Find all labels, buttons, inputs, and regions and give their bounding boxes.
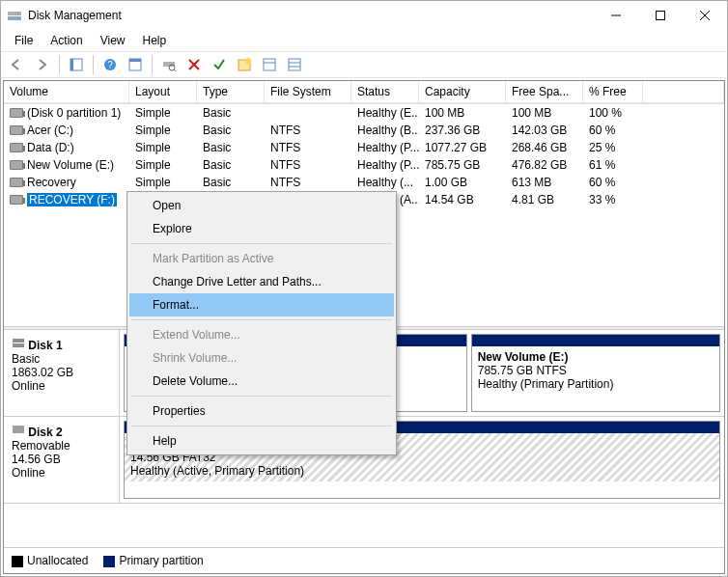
volume-row[interactable]: Recovery Simple Basic NTFS Healthy (... … bbox=[4, 174, 724, 191]
svg-rect-27 bbox=[13, 343, 24, 347]
disk-size: 1863.02 GB bbox=[12, 366, 73, 379]
partition-newvolume[interactable]: New Volume (E:) 785.75 GB NTFS Healthy (… bbox=[471, 334, 720, 412]
disk-name: Disk 2 bbox=[28, 426, 62, 439]
svg-point-3 bbox=[17, 17, 19, 19]
ctx-separator bbox=[131, 396, 392, 397]
drive-icon bbox=[10, 143, 23, 152]
disk-size: 14.56 GB bbox=[12, 453, 61, 466]
partition-line2: 785.75 GB NTFS bbox=[478, 364, 567, 377]
menu-help[interactable]: Help bbox=[135, 32, 175, 49]
ctx-properties[interactable]: Properties bbox=[129, 399, 394, 423]
title-bar: Disk Management bbox=[1, 1, 727, 30]
app-icon bbox=[7, 8, 22, 23]
ctx-mark-active: Mark Partition as Active bbox=[129, 247, 394, 270]
ctx-separator bbox=[131, 426, 392, 426]
disk-icon bbox=[12, 423, 25, 436]
svg-rect-9 bbox=[70, 59, 73, 70]
svg-text:?: ? bbox=[107, 60, 113, 70]
new-button[interactable] bbox=[234, 54, 255, 75]
list-button[interactable] bbox=[284, 54, 305, 75]
forward-button[interactable] bbox=[32, 54, 53, 75]
close-button[interactable] bbox=[683, 1, 727, 30]
ctx-help[interactable]: Help bbox=[129, 429, 394, 453]
menu-file[interactable]: File bbox=[7, 32, 41, 49]
volume-list-header: Volume Layout Type File System Status Ca… bbox=[4, 81, 724, 104]
svg-point-20 bbox=[245, 58, 251, 64]
view-button[interactable] bbox=[66, 54, 87, 75]
partition-line3: Healthy (Active, Primary Partition) bbox=[130, 464, 304, 478]
legend-item-primary: Primary partition bbox=[103, 554, 203, 567]
column-layout[interactable]: Layout bbox=[129, 81, 197, 103]
properties-button[interactable] bbox=[259, 54, 280, 75]
svg-rect-13 bbox=[129, 59, 141, 62]
column-type[interactable]: Type bbox=[197, 81, 265, 103]
disk-type: Basic bbox=[12, 352, 40, 366]
ctx-delete[interactable]: Delete Volume... bbox=[129, 370, 394, 393]
svg-rect-28 bbox=[13, 426, 24, 433]
graph-empty bbox=[4, 504, 724, 547]
legend: Unallocated Primary partition bbox=[4, 547, 724, 573]
ctx-extend: Extend Volume... bbox=[129, 323, 394, 346]
menu-view[interactable]: View bbox=[93, 32, 133, 49]
column-capacity[interactable]: Capacity bbox=[419, 81, 506, 103]
volume-row[interactable]: New Volume (E:) Simple Basic NTFS Health… bbox=[4, 156, 724, 174]
ctx-shrink: Shrink Volume... bbox=[129, 346, 394, 370]
minimize-button[interactable] bbox=[594, 1, 638, 30]
svg-line-16 bbox=[174, 69, 176, 71]
toolbar: ? bbox=[1, 51, 727, 78]
legend-swatch-black bbox=[12, 556, 23, 567]
maximize-button[interactable] bbox=[638, 1, 683, 30]
menu-bar: File Action View Help bbox=[1, 30, 727, 51]
drive-icon bbox=[10, 108, 23, 118]
partition-title: New Volume (E:) bbox=[478, 350, 569, 364]
find-button[interactable] bbox=[158, 54, 180, 75]
disk-header[interactable]: Disk 2 Removable 14.56 GB Online bbox=[4, 417, 120, 503]
toolbar-divider bbox=[152, 55, 153, 74]
window-controls bbox=[594, 1, 727, 30]
svg-point-2 bbox=[17, 13, 19, 14]
column-pctfree[interactable]: % Free bbox=[583, 81, 643, 103]
toolbar-divider bbox=[59, 55, 60, 74]
column-status[interactable]: Status bbox=[351, 81, 419, 103]
volume-row[interactable]: Acer (C:) Simple Basic NTFS Healthy (B..… bbox=[4, 122, 724, 139]
disk-name: Disk 1 bbox=[28, 339, 62, 352]
check-button[interactable] bbox=[209, 54, 230, 75]
back-button[interactable] bbox=[7, 54, 28, 75]
svg-rect-5 bbox=[657, 12, 665, 20]
ctx-change-letter[interactable]: Change Drive Letter and Paths... bbox=[129, 270, 394, 293]
volume-row[interactable]: (Disk 0 partition 1) Simple Basic Health… bbox=[4, 104, 724, 122]
drive-icon bbox=[10, 178, 23, 187]
window-title: Disk Management bbox=[28, 9, 594, 22]
context-menu: Open Explore Mark Partition as Active Ch… bbox=[126, 191, 397, 455]
svg-rect-23 bbox=[289, 59, 300, 70]
disk-status: Online bbox=[12, 466, 45, 480]
ctx-format[interactable]: Format... bbox=[129, 293, 394, 316]
drive-icon bbox=[10, 195, 23, 205]
drive-icon bbox=[10, 160, 23, 170]
disk-management-window: Disk Management File Action View Help ? bbox=[0, 0, 728, 577]
settings-button[interactable] bbox=[125, 54, 146, 75]
legend-swatch-primary bbox=[103, 556, 115, 567]
drive-icon bbox=[10, 125, 23, 135]
ctx-explore[interactable]: Explore bbox=[129, 217, 394, 240]
disk-icon bbox=[12, 336, 25, 349]
ctx-separator bbox=[131, 243, 392, 244]
toolbar-divider bbox=[93, 55, 94, 74]
partition-bar bbox=[472, 335, 719, 346]
help-button[interactable]: ? bbox=[99, 54, 121, 75]
svg-rect-26 bbox=[13, 339, 24, 343]
volume-row[interactable]: Data (D:) Simple Basic NTFS Healthy (P..… bbox=[4, 139, 724, 156]
svg-rect-21 bbox=[264, 59, 275, 70]
legend-item-unallocated: Unallocated bbox=[12, 554, 88, 567]
ctx-separator bbox=[131, 319, 392, 320]
disk-type: Removable bbox=[12, 439, 70, 453]
column-volume[interactable]: Volume bbox=[4, 81, 129, 103]
disk-status: Online bbox=[12, 379, 45, 393]
delete-button[interactable] bbox=[183, 54, 205, 75]
column-filesystem[interactable]: File System bbox=[265, 81, 351, 103]
menu-action[interactable]: Action bbox=[42, 32, 90, 49]
column-freespace[interactable]: Free Spa... bbox=[506, 81, 583, 103]
ctx-open[interactable]: Open bbox=[129, 194, 394, 217]
column-extra bbox=[643, 81, 724, 103]
disk-header[interactable]: Disk 1 Basic 1863.02 GB Online bbox=[4, 330, 120, 416]
